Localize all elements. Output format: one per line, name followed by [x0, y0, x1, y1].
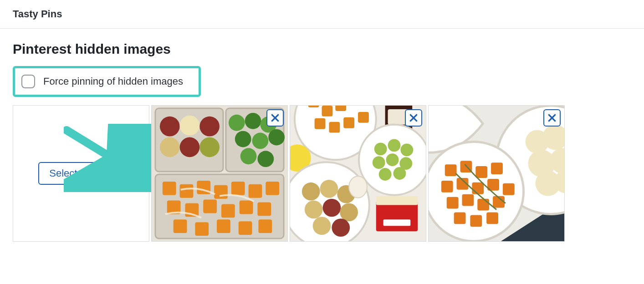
- svg-rect-93: [447, 197, 459, 209]
- svg-point-55: [373, 156, 385, 169]
- svg-rect-44: [315, 118, 326, 129]
- svg-rect-28: [203, 200, 217, 213]
- svg-rect-36: [258, 219, 272, 233]
- svg-rect-88: [441, 181, 453, 193]
- svg-point-16: [240, 148, 257, 164]
- hidden-image-thumbnail[interactable]: [290, 105, 426, 242]
- svg-rect-23: [231, 182, 245, 195]
- svg-point-10: [229, 115, 245, 131]
- svg-point-68: [332, 218, 350, 237]
- svg-point-4: [160, 117, 180, 137]
- svg-point-59: [393, 167, 406, 180]
- remove-image-button[interactable]: [543, 109, 561, 127]
- svg-rect-22: [214, 185, 228, 199]
- svg-point-14: [252, 133, 269, 149]
- svg-rect-71: [376, 196, 418, 205]
- svg-point-8: [180, 137, 200, 157]
- force-pin-row[interactable]: Force pinning of hidden images: [13, 66, 201, 97]
- plugin-title: Tasty Pins: [13, 8, 631, 20]
- svg-rect-43: [335, 106, 346, 111]
- svg-rect-29: [221, 204, 235, 218]
- svg-rect-84: [445, 164, 457, 176]
- svg-point-11: [245, 113, 261, 129]
- svg-rect-86: [475, 166, 487, 178]
- svg-point-52: [374, 142, 387, 155]
- svg-point-6: [199, 117, 220, 137]
- close-icon: [547, 113, 557, 122]
- svg-rect-87: [491, 162, 503, 174]
- svg-rect-35: [239, 221, 252, 235]
- svg-rect-92: [503, 183, 515, 195]
- close-icon: [409, 113, 418, 122]
- remove-image-button[interactable]: [266, 109, 284, 127]
- svg-point-17: [257, 151, 274, 167]
- svg-point-54: [400, 143, 413, 156]
- svg-rect-97: [454, 212, 466, 224]
- remove-image-button[interactable]: [405, 109, 422, 127]
- svg-rect-98: [470, 215, 482, 227]
- svg-rect-41: [308, 106, 319, 107]
- force-pin-label: Force pinning of hidden images: [43, 76, 183, 87]
- svg-point-66: [340, 203, 358, 222]
- svg-rect-99: [486, 212, 498, 224]
- hidden-images-gallery: Select Images: [13, 105, 631, 242]
- svg-rect-90: [472, 183, 484, 194]
- svg-point-67: [313, 217, 331, 235]
- svg-point-64: [305, 201, 323, 219]
- svg-rect-25: [266, 182, 279, 195]
- divider: [0, 28, 644, 29]
- svg-point-61: [302, 183, 320, 201]
- svg-rect-42: [322, 106, 333, 117]
- svg-rect-31: [257, 203, 271, 216]
- svg-rect-95: [477, 199, 489, 211]
- svg-point-62: [320, 180, 338, 198]
- hidden-image-thumbnail[interactable]: [428, 105, 565, 242]
- section-title: Pinterest hidden images: [13, 41, 631, 57]
- svg-point-58: [379, 168, 392, 181]
- svg-point-15: [268, 129, 285, 146]
- svg-rect-33: [195, 222, 209, 236]
- svg-point-7: [160, 137, 180, 157]
- svg-rect-70: [376, 201, 418, 232]
- select-images-button[interactable]: Select Images: [38, 162, 123, 185]
- svg-rect-30: [240, 201, 253, 214]
- svg-rect-24: [249, 184, 262, 198]
- svg-point-65: [323, 199, 341, 217]
- hidden-image-thumbnail[interactable]: [151, 105, 288, 242]
- svg-rect-72: [383, 219, 411, 226]
- svg-rect-47: [358, 112, 369, 123]
- force-pin-checkbox[interactable]: [21, 75, 35, 88]
- svg-rect-45: [329, 122, 340, 133]
- svg-point-53: [388, 139, 401, 152]
- svg-point-69: [349, 176, 367, 198]
- svg-rect-32: [174, 219, 187, 233]
- svg-rect-34: [217, 219, 230, 233]
- svg-point-5: [180, 116, 200, 136]
- select-images-cell: Select Images: [13, 105, 149, 242]
- svg-rect-19: [163, 182, 176, 195]
- svg-point-9: [199, 137, 220, 157]
- svg-point-13: [235, 131, 251, 147]
- svg-rect-20: [180, 184, 194, 198]
- close-icon: [271, 113, 280, 122]
- svg-rect-94: [462, 194, 474, 206]
- svg-point-56: [386, 153, 399, 166]
- svg-rect-46: [343, 117, 354, 128]
